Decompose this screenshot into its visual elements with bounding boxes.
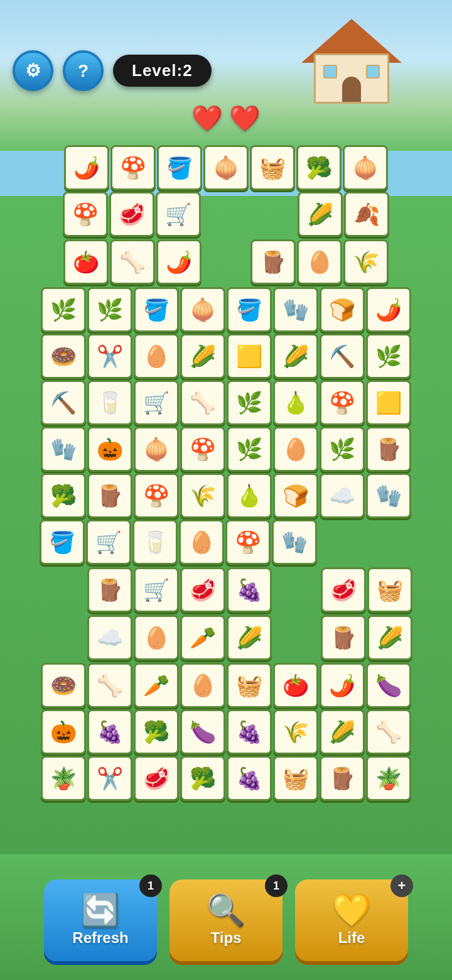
tile-11-5[interactable]: 🍅 (273, 663, 318, 708)
tile-9-2[interactable]: 🛒 (134, 567, 179, 612)
tile-6-1[interactable]: 🎃 (87, 427, 132, 472)
tile-2-1[interactable]: 🦴 (110, 239, 155, 285)
life-button[interactable]: + 💛 Life (295, 879, 408, 961)
tile-8-4[interactable]: 🍄 (225, 520, 271, 565)
tile-7-1[interactable]: 🪵 (87, 473, 132, 518)
tile-9-4[interactable]: 🍇 (227, 567, 272, 612)
tile-11-0[interactable]: 🍩 (41, 663, 86, 708)
tile-5-6[interactable]: 🍄 (320, 380, 365, 425)
tile-6-7[interactable]: 🪵 (366, 427, 411, 472)
tile-12-7[interactable]: 🦴 (366, 709, 411, 754)
tile-11-6[interactable]: 🌶️ (320, 663, 365, 708)
tile-12-2[interactable]: 🥦 (134, 709, 179, 754)
tile-2-0[interactable]: 🍅 (63, 239, 109, 285)
tile-10-4[interactable]: 🌽 (227, 615, 272, 660)
tile-10-2[interactable]: 🥚 (134, 615, 179, 660)
tile-13-0[interactable]: 🪴 (41, 756, 86, 801)
help-button[interactable]: ? (63, 50, 104, 91)
tile-9-3[interactable]: 🥩 (180, 567, 225, 612)
tile-13-7[interactable]: 🪴 (366, 756, 411, 801)
tips-button[interactable]: 1 🔍 Tips (170, 879, 282, 961)
tile-2-6[interactable]: 🌾 (343, 239, 389, 285)
tile-13-1[interactable]: ✂️ (87, 756, 132, 801)
tile-3-2[interactable]: 🪣 (134, 287, 179, 332)
tile-12-0[interactable]: 🎃 (41, 709, 86, 754)
tile-0-0[interactable]: 🌶️ (64, 145, 109, 190)
tile-3-1[interactable]: 🌿 (87, 287, 132, 332)
tile-7-7[interactable]: 🧤 (366, 473, 411, 518)
tile-2-5[interactable]: 🥚 (297, 239, 342, 285)
tile-4-4[interactable]: 🟨 (227, 334, 272, 379)
tile-12-1[interactable]: 🍇 (87, 709, 132, 754)
tile-4-1[interactable]: ✂️ (87, 334, 132, 379)
tile-4-7[interactable]: 🌿 (366, 334, 411, 379)
tile-4-2[interactable]: 🥚 (134, 334, 179, 379)
tile-5-3[interactable]: 🦴 (180, 380, 225, 425)
tile-7-6[interactable]: ☁️ (320, 473, 365, 518)
tile-1-2[interactable]: 🛒 (156, 192, 201, 237)
tile-12-5[interactable]: 🌾 (273, 709, 318, 754)
tile-0-5[interactable]: 🥦 (296, 145, 342, 190)
tile-10-1[interactable]: ☁️ (87, 615, 132, 660)
tile-3-7[interactable]: 🌶️ (366, 287, 411, 332)
tile-0-6[interactable]: 🧅 (343, 145, 388, 190)
tile-1-6[interactable]: 🍂 (344, 192, 389, 237)
tile-4-5[interactable]: 🌽 (273, 334, 318, 379)
tile-6-2[interactable]: 🧅 (134, 427, 179, 472)
tile-9-1[interactable]: 🪵 (87, 567, 132, 612)
tile-7-0[interactable]: 🥦 (41, 473, 86, 518)
tile-4-0[interactable]: 🍩 (41, 334, 86, 379)
settings-button[interactable]: ⚙ (13, 50, 53, 91)
tile-5-1[interactable]: 🥛 (87, 380, 132, 425)
tile-5-7[interactable]: 🟨 (366, 380, 411, 425)
tile-10-7[interactable]: 🌽 (367, 615, 412, 660)
tile-13-3[interactable]: 🥦 (180, 756, 225, 801)
tile-3-4[interactable]: 🪣 (227, 287, 272, 332)
tile-13-6[interactable]: 🪵 (320, 756, 365, 801)
tile-12-4[interactable]: 🍇 (227, 709, 272, 754)
tile-4-6[interactable]: ⛏️ (320, 334, 365, 379)
tile-13-4[interactable]: 🍇 (227, 756, 272, 801)
tile-5-2[interactable]: 🛒 (134, 380, 179, 425)
tile-0-4[interactable]: 🧺 (250, 145, 295, 190)
tile-10-6[interactable]: 🪵 (321, 615, 366, 660)
tile-12-6[interactable]: 🌽 (320, 709, 365, 754)
tile-1-5[interactable]: 🌽 (298, 192, 343, 237)
tile-1-1[interactable]: 🥩 (109, 192, 154, 237)
tile-5-4[interactable]: 🌿 (227, 380, 272, 425)
tile-3-0[interactable]: 🌿 (41, 287, 86, 332)
tile-11-7[interactable]: 🍆 (366, 663, 411, 708)
refresh-button[interactable]: 1 🔄 Refresh (44, 879, 157, 961)
tile-11-3[interactable]: 🥚 (180, 663, 225, 708)
tile-11-2[interactable]: 🥕 (134, 663, 179, 708)
tile-3-5[interactable]: 🧤 (273, 287, 318, 332)
tile-3-3[interactable]: 🧅 (180, 287, 225, 332)
tile-8-1[interactable]: 🛒 (86, 520, 131, 565)
tile-5-5[interactable]: 🍐 (273, 380, 318, 425)
tile-3-6[interactable]: 🍞 (320, 287, 365, 332)
tile-9-6[interactable]: 🥩 (321, 567, 366, 612)
tile-11-4[interactable]: 🧺 (227, 663, 272, 708)
tile-13-5[interactable]: 🧺 (273, 756, 318, 801)
tile-1-0[interactable]: 🍄 (63, 192, 108, 237)
tile-6-3[interactable]: 🍄 (180, 427, 225, 472)
tile-0-1[interactable]: 🍄 (110, 145, 156, 190)
tile-0-2[interactable]: 🪣 (157, 145, 202, 190)
tile-8-2[interactable]: 🥛 (132, 520, 178, 565)
tile-6-5[interactable]: 🥚 (273, 427, 318, 472)
tile-6-0[interactable]: 🧤 (41, 427, 86, 472)
tile-2-4[interactable]: 🪵 (250, 239, 296, 285)
tile-9-7[interactable]: 🧺 (367, 567, 412, 612)
tile-5-0[interactable]: ⛏️ (41, 380, 86, 425)
tile-4-3[interactable]: 🌽 (180, 334, 225, 379)
tile-8-3[interactable]: 🥚 (179, 520, 224, 565)
tile-7-2[interactable]: 🍄 (134, 473, 179, 518)
tile-7-5[interactable]: 🍞 (273, 473, 318, 518)
tile-10-3[interactable]: 🥕 (180, 615, 225, 660)
tile-8-5[interactable]: 🧤 (272, 520, 317, 565)
tile-2-2[interactable]: 🌶️ (156, 239, 202, 285)
tile-7-4[interactable]: 🍐 (227, 473, 272, 518)
tile-0-3[interactable]: 🧅 (203, 145, 249, 190)
tile-7-3[interactable]: 🌾 (180, 473, 225, 518)
tile-6-4[interactable]: 🌿 (227, 427, 272, 472)
